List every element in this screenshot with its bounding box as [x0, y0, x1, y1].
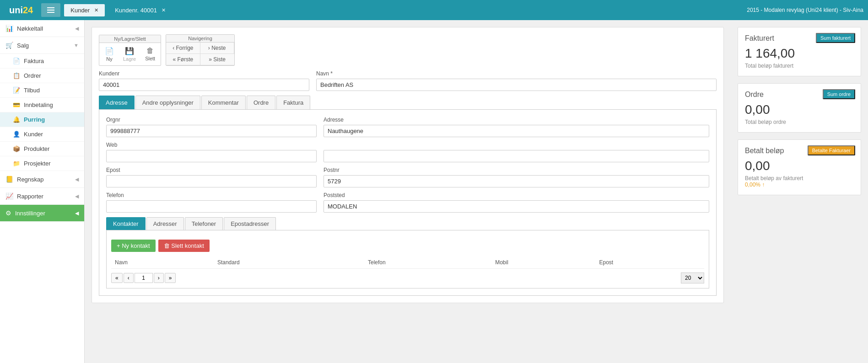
tab-kunder-label: Kunder — [70, 7, 90, 14]
sidebar-item-tilbud[interactable]: 📝 Tilbud — [0, 83, 84, 98]
telefon-input[interactable] — [106, 200, 317, 213]
tab-faktura[interactable]: Faktura — [276, 96, 310, 109]
ny-button[interactable]: 📄 Ny — [102, 45, 117, 64]
sub-tab-telefoner[interactable]: Telefoner — [185, 217, 223, 230]
sidebar-item-faktura[interactable]: 📄 Faktura — [0, 54, 84, 69]
adresse-group: Adresse — [323, 117, 709, 137]
stat-card-fakturert: Fakturert Sum fakturert 1 164,00 Total b… — [738, 27, 861, 76]
ordre-badge[interactable]: Sum ordre — [823, 89, 855, 99]
hamburger-icon — [46, 6, 56, 14]
sidebar-section-regnskap[interactable]: 📒 Regnskap ◀ — [0, 171, 84, 188]
nokkeltall-chevron: ◀ — [75, 26, 79, 32]
fakturert-badge[interactable]: Sum fakturert — [816, 33, 855, 43]
sub-tabs: Kontakter Adresser Telefoner Epostadress… — [106, 217, 709, 230]
ordrer-icon: 📋 — [13, 72, 20, 79]
sidebar-item-produkter[interactable]: 📦 Produkter — [0, 142, 84, 156]
sidebar-innbetaling-label: Innbetaling — [24, 101, 53, 108]
tab-kundenr-close[interactable]: ✕ — [162, 7, 166, 13]
sidebar-kunder-label: Kunder — [24, 131, 43, 138]
slett-button[interactable]: 🗑 Slett — [142, 45, 158, 64]
sidebar-section-innstillinger[interactable]: ⚙ Innstillinger ◀ — [0, 205, 84, 222]
siste-button[interactable]: » Siste — [200, 54, 234, 65]
nls-group-title: Ny/Lagre/Slett — [99, 35, 161, 43]
sidebar-section-salg[interactable]: 🛒 Salg ▼ — [0, 37, 84, 54]
sidebar-nokkeltall-label: Nøkkeltall — [17, 25, 43, 32]
page-input[interactable] — [135, 273, 153, 283]
nav-group: Navigering ‹ Forrige › Neste « Første » … — [166, 34, 235, 66]
sidebar-item-kunder[interactable]: 👤 Kunder — [0, 127, 84, 142]
contacts-content: + Ny kontakt 🗑 Slett kontakt Navn Standa… — [106, 230, 709, 288]
tab-kunder[interactable]: Kunder ✕ — [64, 4, 105, 16]
ny-kontakt-button[interactable]: + Ny kontakt — [111, 240, 156, 252]
sidebar-section-nokkeltall[interactable]: 📊 Nøkkeltall ◀ — [0, 20, 84, 37]
page-prev-button[interactable]: ‹ — [124, 273, 134, 283]
topbar: uni24 Kunder ✕ Kundenr. 40001 ✕ 2015 - M… — [0, 0, 868, 20]
per-page-select[interactable]: 20 50 100 — [681, 272, 704, 283]
col-mobil: Mobil — [491, 256, 595, 269]
sidebar-rapporter-label: Rapporter — [17, 193, 43, 200]
sub-tab-epostadresser[interactable]: Epostadresser — [224, 217, 276, 230]
page-first-button[interactable]: « — [111, 273, 123, 283]
prosjekter-icon: 📁 — [13, 160, 20, 167]
page-last-button[interactable]: » — [165, 273, 176, 283]
telefon-group: Telefon — [106, 192, 317, 213]
tab-ordre[interactable]: Ordre — [247, 96, 275, 109]
web-input[interactable] — [106, 150, 317, 162]
sidebar-item-ordrer[interactable]: 📋 Ordrer — [0, 69, 84, 83]
main-tabs: Adresse Andre opplysninger Kommentar Ord… — [99, 96, 717, 110]
sub-tab-kontakter[interactable]: Kontakter — [106, 217, 146, 230]
kundenr-group: Kundenr — [99, 70, 309, 91]
salg-chevron: ▼ — [74, 43, 79, 48]
sidebar-item-innbetaling[interactable]: 💳 Innbetaling — [0, 98, 84, 112]
contacts-table: Navn Standard Telefon Mobil Epost — [111, 256, 704, 269]
poststed-input[interactable] — [323, 200, 709, 213]
content-area: Ny/Lagre/Slett 📄 Ny 💾 Lagre 🗑 Slett — [85, 20, 731, 363]
sidebar-regnskap-label: Regnskap — [17, 176, 44, 183]
navn-input[interactable] — [316, 79, 717, 91]
sub-tab-adresser[interactable]: Adresser — [146, 217, 184, 230]
betalt-badge[interactable]: Betalte Fakturaer — [808, 145, 855, 155]
forste-button[interactable]: « Første — [166, 54, 200, 65]
web-field2-group — [323, 142, 709, 162]
web-row: Web — [106, 142, 709, 162]
main-layout: 📊 Nøkkeltall ◀ 🛒 Salg ▼ 📄 Faktura 📋 Ordr… — [0, 20, 868, 363]
nls-group-body: 📄 Ny 💾 Lagre 🗑 Slett — [99, 43, 161, 65]
postnr-input[interactable] — [323, 175, 709, 187]
faktura-icon: 📄 — [13, 58, 20, 64]
col-standard: Standard — [214, 256, 364, 269]
orgnr-label: Orgnr — [106, 117, 317, 123]
sidebar-section-rapporter[interactable]: 📈 Rapporter ◀ — [0, 188, 84, 205]
sidebar-item-prosjekter[interactable]: 📁 Prosjekter — [0, 156, 84, 171]
kundenr-navn-row: Kundenr Navn * — [99, 70, 717, 91]
tab-kundenr[interactable]: Kundenr. 40001 ✕ — [108, 4, 172, 16]
rapporter-icon: 📈 — [5, 192, 13, 200]
slett-kontakt-button[interactable]: 🗑 Slett kontakt — [158, 240, 210, 252]
tab-kunder-close[interactable]: ✕ — [94, 7, 98, 13]
kundenr-input[interactable] — [99, 79, 309, 91]
ny-icon: 📄 — [105, 47, 114, 55]
tab-kundenr-label: Kundenr. 40001 — [115, 7, 157, 14]
web-field2-input[interactable] — [323, 150, 709, 162]
poststed-group: Poststed — [323, 192, 709, 213]
nokkeltall-icon: 📊 — [5, 25, 13, 32]
innbetaling-icon: 💳 — [13, 101, 20, 108]
orgnr-adresse-row: Orgnr Adresse — [106, 117, 709, 137]
navn-group: Navn * — [316, 70, 717, 91]
adresse-input[interactable] — [323, 125, 709, 137]
menu-button[interactable] — [41, 3, 60, 17]
tab-adresse[interactable]: Adresse — [99, 96, 135, 109]
tab-andre-opplysninger[interactable]: Andre opplysninger — [135, 96, 200, 109]
tab-kommentar[interactable]: Kommentar — [201, 96, 246, 109]
web-label: Web — [106, 142, 317, 148]
lagre-button[interactable]: 💾 Lagre — [120, 45, 139, 64]
neste-button[interactable]: › Neste — [200, 43, 234, 54]
contact-toolbar: + Ny kontakt 🗑 Slett kontakt — [111, 240, 704, 252]
forrige-button[interactable]: ‹ Forrige — [166, 43, 200, 54]
page-next-button[interactable]: › — [154, 273, 164, 283]
sidebar-purring-label: Purring — [24, 116, 45, 123]
orgnr-input[interactable] — [106, 125, 317, 137]
sidebar-produkter-label: Produkter — [24, 145, 49, 152]
sidebar-item-purring[interactable]: 🔔 Purring — [0, 112, 84, 127]
epost-input[interactable] — [106, 175, 317, 187]
col-navn: Navn — [111, 256, 214, 269]
